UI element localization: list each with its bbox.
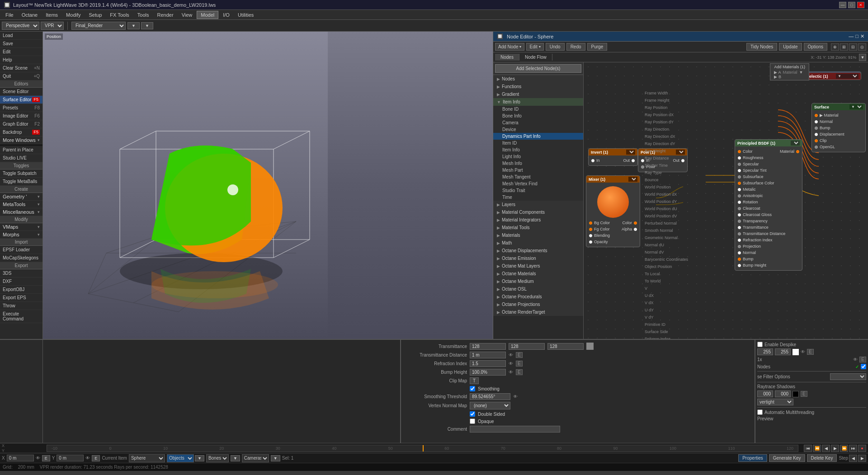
cat-functions[interactable]: ▶ Functions <box>493 83 583 90</box>
comment-input[interactable] <box>470 426 560 433</box>
purge-btn[interactable]: Purge <box>587 43 608 51</box>
tab-node-flow[interactable]: Node Flow <box>519 54 552 61</box>
lx-e[interactable]: E <box>859 357 866 362</box>
smoothing-checkbox[interactable] <box>470 386 475 391</box>
cat-item-info[interactable]: ▼ Item Info <box>493 98 583 106</box>
cat-octane-procedurals[interactable]: ▶Octane Procedurals <box>493 293 583 301</box>
cat-material-components[interactable]: ▶Material Components <box>493 208 583 216</box>
export-eps-btn[interactable]: Export EPS <box>0 294 42 302</box>
timeline-track[interactable]: -1001020304050 60708090100110120 <box>47 445 798 452</box>
cat-octane-emission[interactable]: ▶Octane Emission <box>493 254 583 262</box>
edit-btn[interactable]: Edit <box>526 43 543 51</box>
cat-gradient[interactable]: ▶ Gradient <box>493 90 583 98</box>
close-button[interactable]: ✕ <box>857 2 864 8</box>
node-item-light-info[interactable]: Light Info <box>493 153 583 160</box>
cat-material-integrators[interactable]: ▶Material Integrators <box>493 216 583 224</box>
menu-render[interactable]: Render <box>154 11 177 19</box>
ne-icon-4[interactable]: ◎ <box>858 43 866 51</box>
play-start-btn[interactable]: ⏮ <box>804 445 812 452</box>
add-materials-area[interactable]: Add Materials (1) ▶ A Material ▼ ▶ B <box>770 63 809 80</box>
geometry-btn[interactable]: Geometry '▾ <box>0 193 42 201</box>
surface-editor-btn[interactable]: Surface Editor F5 <box>0 96 42 104</box>
surface-node[interactable]: Surface ▼ ▶ Material Normal <box>811 103 866 152</box>
color-eye[interactable]: 👁 <box>801 349 805 354</box>
play-end-btn[interactable]: ⏭ <box>849 445 857 452</box>
render-mode-select[interactable]: VPR <box>41 22 64 30</box>
bump-height-input[interactable] <box>470 369 506 376</box>
edit-btn[interactable]: Edit <box>0 48 42 56</box>
smoothing-threshold-input[interactable] <box>470 393 510 400</box>
backdrop-btn[interactable]: Backdrop F5 <box>0 128 42 136</box>
double-sided-checkbox[interactable] <box>470 411 475 417</box>
smoothing-eye[interactable]: 👁 <box>513 394 518 399</box>
cat-octane-materials[interactable]: ▶Octane Materials <box>493 270 583 277</box>
object-select[interactable]: Objects <box>167 454 194 462</box>
menu-file[interactable]: File <box>2 11 17 19</box>
y-eye[interactable]: 👁 <box>85 456 90 461</box>
enable-despike-checkbox[interactable] <box>757 342 763 347</box>
epsf-loader-btn[interactable]: EPSF Loader <box>0 246 42 254</box>
export-obj-btn[interactable]: ExportOBJ <box>0 286 42 294</box>
principled-bsdf-node[interactable]: Principled BSDF (1) ▼ Color Material Rou <box>735 139 802 271</box>
y-e[interactable]: E <box>92 455 100 461</box>
menu-octane[interactable]: Octane <box>18 11 41 19</box>
menu-utilities[interactable]: Utilities <box>234 11 257 19</box>
cat-octane-mat-layers[interactable]: ▶Octane Mat Layers <box>493 262 583 270</box>
image-editor-btn[interactable]: Image Editor F6 <box>0 112 42 120</box>
tab-nodes[interactable]: Nodes <box>495 54 519 61</box>
clip-map-value[interactable]: T <box>470 377 479 384</box>
export-3ds-btn[interactable]: 3DS <box>0 269 42 277</box>
vertex-normal-select[interactable]: (none) <box>470 402 510 409</box>
node-item-studio-trait[interactable]: Studio Trait <box>493 187 583 194</box>
refraction-e[interactable]: E <box>516 361 523 367</box>
update-btn[interactable]: Update <box>779 43 802 51</box>
export-dxf-btn[interactable]: DXF <box>0 277 42 286</box>
ne-maximize[interactable]: □ <box>855 33 859 39</box>
menu-items[interactable]: Items <box>42 11 61 19</box>
refraction-eye[interactable]: 👁 <box>509 361 513 366</box>
load-btn[interactable]: Load <box>0 32 42 40</box>
node-item-mesh-vertex-find[interactable]: Mesh Vertex Find <box>493 180 583 187</box>
clear-scene-btn[interactable]: Clear Scene +N <box>0 64 42 72</box>
node-item-dynamics-part-info[interactable]: Dynamics Part Info <box>493 133 583 140</box>
record-btn[interactable]: ● <box>858 445 866 452</box>
node-item-camera[interactable]: Camera <box>493 119 583 126</box>
x-input[interactable] <box>7 455 34 461</box>
node-item-mesh-part[interactable]: Mesh Part <box>493 167 583 174</box>
help-btn[interactable]: Help <box>0 56 42 64</box>
ne-close[interactable]: ✕ <box>860 33 864 39</box>
menu-io[interactable]: I/O <box>219 11 233 19</box>
more-windows-btn[interactable]: More Windows ▾ <box>0 136 42 144</box>
add-selected-nodes-btn[interactable]: Add Selected Node(s) <box>495 64 581 73</box>
obj-expand[interactable]: ▼ <box>195 455 204 461</box>
transmittance-distance-e[interactable]: E <box>516 352 523 358</box>
menu-view[interactable]: View <box>178 11 196 19</box>
step-back[interactable]: ◀ <box>849 455 857 462</box>
vmaps-btn[interactable]: VMaps ▾ <box>0 223 42 231</box>
menu-fxtools[interactable]: FX Tools <box>106 11 133 19</box>
cat-octane-render-target[interactable]: ▶Octane RenderTarget <box>493 308 583 316</box>
cameras-expand[interactable]: ▼ <box>271 455 280 461</box>
morphs-btn[interactable]: Morphs ▾ <box>0 231 42 239</box>
cat-octane-displacements[interactable]: ▶Octane Displacements <box>493 247 583 254</box>
throw-btn[interactable]: Throw <box>0 302 42 310</box>
transmittance-g[interactable] <box>509 343 545 350</box>
mixer-node[interactable]: Mixer (1) ▼ Bg Color Color <box>586 175 640 247</box>
transmittance-distance-input[interactable] <box>470 352 506 358</box>
cat-materials[interactable]: ▶Materials <box>493 231 583 239</box>
play-back-fast-btn[interactable]: ⏪ <box>813 445 821 452</box>
node-item-bone-info[interactable]: Bone Info <box>493 113 583 119</box>
studio-live-btn[interactable]: Studio LIVE <box>0 154 42 162</box>
ne-icon-2[interactable]: ⊞ <box>840 43 848 51</box>
node-item-mesh-info[interactable]: Mesh Info <box>493 160 583 167</box>
cat-layers[interactable]: ▶Layers <box>493 201 583 208</box>
maximize-button[interactable]: □ <box>848 2 855 8</box>
view-mode-select[interactable]: Perspective <box>2 22 39 30</box>
menu-model[interactable]: Model <box>197 11 218 19</box>
options-btn[interactable]: Options <box>804 43 827 51</box>
execute-command-btn[interactable]: Execute Command <box>0 310 42 323</box>
redo-btn[interactable]: Redo <box>566 43 585 51</box>
node-item-time[interactable]: Time <box>493 194 583 201</box>
toolbar-btn1[interactable]: ▼ <box>127 22 140 29</box>
shadow-e[interactable]: E <box>801 391 807 397</box>
